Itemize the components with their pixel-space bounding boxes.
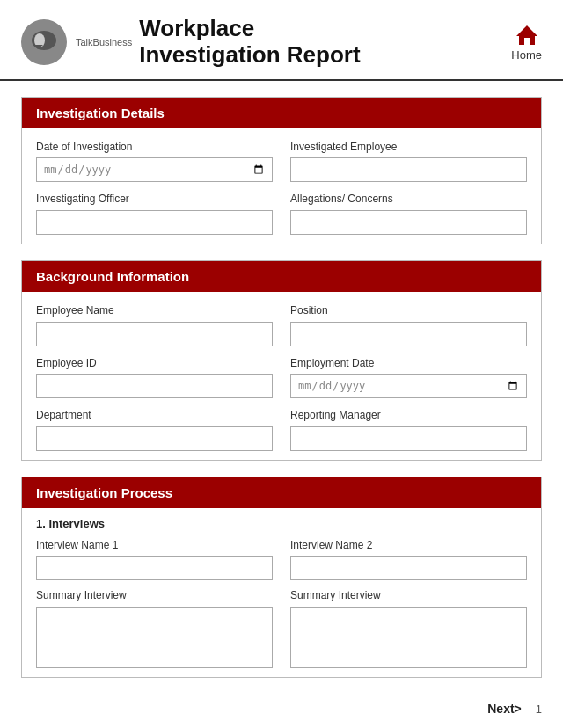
investigated-employee-field: Investigated Employee (290, 141, 527, 183)
summary-interview2-field: Summary Interview (290, 589, 527, 668)
allegations-label: Allegations/ Concerns (290, 193, 527, 207)
employment-date-input[interactable] (290, 374, 527, 398)
employee-id-label: Employee ID (36, 357, 273, 371)
logo-area: TalkBusiness (21, 19, 132, 65)
header: TalkBusiness Workplace Investigation Rep… (0, 0, 563, 81)
interview-name1-input[interactable] (36, 556, 273, 580)
footer: Next> 1 (487, 702, 542, 716)
summary-interview1-textarea[interactable] (36, 607, 273, 668)
position-field: Position (290, 304, 527, 346)
reporting-manager-field: Reporting Manager (290, 409, 527, 451)
investigated-employee-label: Investigated Employee (290, 141, 527, 155)
header-title: Workplace Investigation Report (139, 16, 360, 69)
date-of-investigation-field: Date of Investigation (36, 141, 273, 183)
summary-interview1-field: Summary Interview (36, 589, 273, 668)
interview-name1-label: Interview Name 1 (36, 539, 273, 553)
employee-name-input[interactable] (36, 322, 273, 346)
summary-interview2-label: Summary Interview (290, 589, 527, 603)
department-input[interactable] (36, 426, 273, 451)
next-button[interactable]: Next> (487, 702, 522, 716)
background-information-section: Background Information Employee Name Pos… (21, 260, 542, 461)
investigation-process-section: Investigation Process 1. Interviews Inte… (21, 477, 542, 678)
svg-marker-3 (516, 25, 537, 45)
summary-interview1-label: Summary Interview (36, 589, 273, 603)
interview-name2-input[interactable] (290, 556, 527, 580)
employee-id-input[interactable] (36, 374, 273, 398)
department-label: Department (36, 409, 273, 423)
report-title: Workplace Investigation Report (139, 16, 360, 69)
position-input[interactable] (290, 322, 527, 346)
allegations-input[interactable] (290, 210, 527, 235)
investigating-officer-input[interactable] (36, 210, 273, 235)
employment-date-label: Employment Date (290, 357, 527, 371)
investigation-details-header: Investigation Details (22, 98, 541, 128)
page-number: 1 (536, 703, 542, 716)
interviews-heading: 1. Interviews (22, 508, 541, 534)
reporting-manager-label: Reporting Manager (290, 409, 527, 423)
interview-name2-label: Interview Name 2 (290, 539, 527, 553)
interview-name2-field: Interview Name 2 (290, 539, 527, 581)
investigation-details-section: Investigation Details Date of Investigat… (21, 97, 542, 244)
home-icon (515, 22, 539, 47)
allegations-field: Allegations/ Concerns (290, 193, 527, 235)
summary-interview2-textarea[interactable] (290, 607, 527, 668)
interview-name1-field: Interview Name 1 (36, 539, 273, 581)
employment-date-field: Employment Date (290, 357, 527, 399)
background-information-form: Employee Name Position Employee ID Emplo… (22, 292, 541, 460)
employee-id-field: Employee ID (36, 357, 273, 399)
employee-name-label: Employee Name (36, 304, 273, 318)
investigated-employee-input[interactable] (290, 157, 527, 182)
department-field: Department (36, 409, 273, 451)
background-information-header: Background Information (22, 261, 541, 292)
logo-text: TalkBusiness (76, 35, 132, 48)
home-label: Home (511, 48, 542, 62)
date-of-investigation-label: Date of Investigation (36, 141, 273, 155)
investigation-process-header: Investigation Process (22, 477, 541, 508)
date-of-investigation-input[interactable] (36, 157, 273, 182)
employee-name-field: Employee Name (36, 304, 273, 346)
reporting-manager-input[interactable] (290, 426, 527, 451)
investigation-details-form: Date of Investigation Investigated Emplo… (22, 128, 541, 244)
investigating-officer-label: Investigating Officer (36, 193, 273, 207)
logo-svg (27, 25, 61, 59)
home-button[interactable]: Home (511, 22, 542, 62)
interviews-grid: Interview Name 1 Interview Name 2 Summar… (22, 534, 541, 677)
investigating-officer-field: Investigating Officer (36, 193, 273, 235)
logo-icon (21, 19, 67, 65)
position-label: Position (290, 304, 527, 318)
